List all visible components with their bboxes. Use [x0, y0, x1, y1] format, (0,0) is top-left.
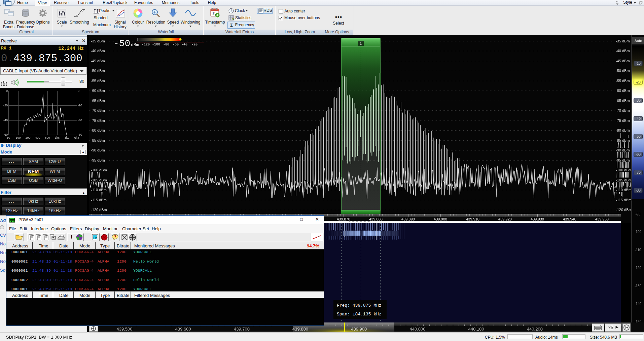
- svg-text:!: !: [71, 234, 73, 241]
- svg-text:?: ?: [114, 235, 116, 239]
